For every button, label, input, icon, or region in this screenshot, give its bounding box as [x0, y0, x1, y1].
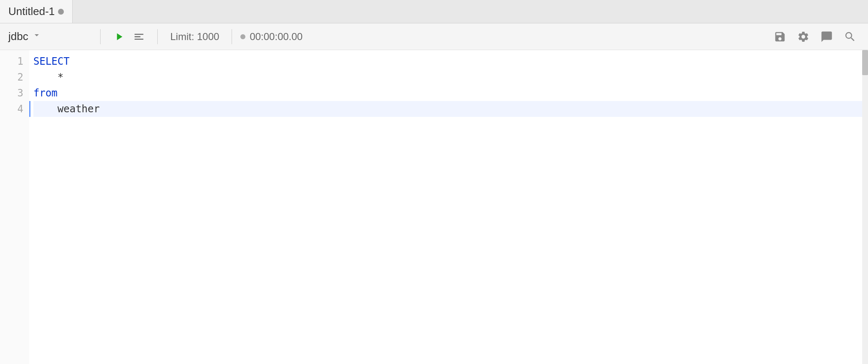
save-button[interactable]: [770, 27, 790, 46]
timer-section: 00:00:00.00: [240, 31, 303, 43]
tab-unsaved-indicator: [58, 9, 64, 15]
limit-label: Limit: 1000: [166, 31, 223, 43]
connection-label: jdbc: [8, 30, 28, 43]
scrollbar-thumb[interactable]: [862, 50, 868, 75]
code-line-4: weather: [33, 101, 868, 117]
timer-value: 00:00:00.00: [250, 31, 303, 43]
code-editor[interactable]: SELECT * from weather: [29, 50, 868, 364]
tab-bar: Untitled-1: [0, 0, 868, 23]
line-number-4: 4: [18, 101, 23, 117]
connection-selector[interactable]: jdbc: [8, 30, 92, 43]
tab-title: Untitled-1: [8, 5, 55, 18]
script-button[interactable]: [817, 27, 836, 46]
line-number-2: 2: [18, 69, 23, 85]
code-line-1: SELECT: [33, 53, 868, 69]
timer-dot: [240, 34, 245, 39]
line-numbers: 1 2 3 4: [0, 50, 29, 364]
line-number-1: 1: [18, 53, 23, 69]
code-asterisk: *: [33, 69, 63, 85]
scrollbar-track[interactable]: [862, 50, 868, 364]
settings-button[interactable]: [794, 27, 813, 46]
divider-2: [157, 29, 158, 44]
divider-1: [100, 29, 101, 44]
code-table-name: weather: [33, 101, 100, 117]
search-button[interactable]: [840, 27, 860, 46]
run-button[interactable]: [109, 28, 129, 45]
format-button[interactable]: [129, 28, 149, 45]
toolbar-right: [770, 27, 860, 46]
keyword-from: from: [33, 85, 58, 101]
toolbar: jdbc Limit: 1000 00:00:00.00: [0, 23, 868, 50]
code-line-2: *: [33, 69, 868, 85]
divider-3: [232, 29, 232, 44]
line-number-3: 3: [18, 85, 23, 101]
code-line-3: from: [33, 85, 868, 101]
keyword-select: SELECT: [33, 53, 70, 69]
editor-container[interactable]: 1 2 3 4 SELECT * from weather: [0, 50, 868, 364]
chevron-down-icon: [33, 31, 41, 42]
tab-item[interactable]: Untitled-1: [0, 0, 73, 23]
